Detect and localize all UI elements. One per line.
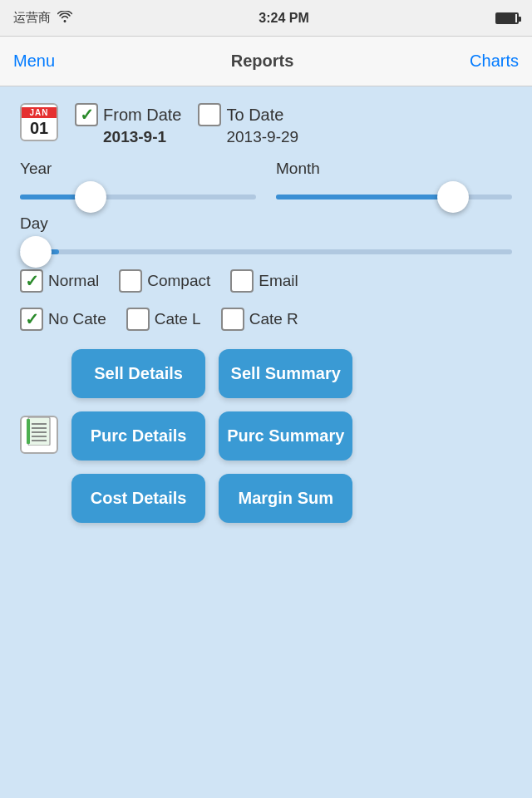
cate-r-checkbox[interactable] — [221, 308, 244, 331]
purc-summary-button[interactable]: Purc Summary — [219, 411, 352, 461]
to-date-group: To Date 2013-9-29 — [198, 103, 298, 146]
calendar-month: JAN — [22, 107, 57, 118]
to-date-checkbox[interactable] — [198, 103, 221, 126]
status-time: 3:24 PM — [259, 11, 308, 26]
no-cate-checkmark: ✓ — [25, 311, 39, 328]
report-icon — [20, 416, 58, 454]
sell-details-button[interactable]: Sell Details — [71, 349, 205, 398]
from-date-label: From Date — [103, 106, 181, 125]
email-label: Email — [259, 272, 298, 290]
status-bar: 运营商 3:24 PM — [0, 0, 532, 37]
svg-rect-0 — [28, 417, 50, 446]
main-content: JAN 01 ✓ From Date 2013-9-1 To Date 2013… — [0, 86, 532, 554]
day-thumb[interactable] — [20, 236, 52, 268]
no-cate-label: No Cate — [48, 310, 106, 328]
wifi-icon — [57, 11, 72, 25]
report-icon-symbol — [27, 417, 52, 451]
cate-l-option[interactable]: Cate L — [126, 308, 201, 331]
year-month-sliders: Year Month — [20, 160, 512, 200]
day-track — [20, 249, 512, 254]
day-slider-group: Day — [20, 214, 512, 254]
charts-button[interactable]: Charts — [470, 52, 519, 71]
calendar-icon: JAN 01 — [20, 103, 58, 141]
calendar-day: 01 — [30, 118, 48, 138]
month-fill — [276, 195, 453, 200]
cate-l-label: Cate L — [155, 310, 201, 328]
date-row: JAN 01 ✓ From Date 2013-9-1 To Date 2013… — [20, 103, 512, 146]
cate-r-label: Cate R — [249, 310, 298, 328]
no-cate-option[interactable]: ✓ No Cate — [20, 308, 106, 331]
status-left: 运营商 — [13, 10, 72, 26]
cost-details-button[interactable]: Cost Details — [71, 474, 205, 523]
from-date-value: 2013-9-1 — [103, 128, 166, 146]
checkmark-icon: ✓ — [80, 106, 94, 123]
year-track — [20, 195, 256, 200]
purc-details-button[interactable]: Purc Details — [71, 411, 205, 461]
month-thumb[interactable] — [437, 181, 469, 213]
day-label: Day — [20, 214, 512, 233]
options-row-1: ✓ Normal Compact Email — [20, 269, 512, 293]
cate-l-checkbox[interactable] — [126, 308, 150, 331]
normal-checkbox[interactable]: ✓ — [20, 269, 43, 293]
normal-label: Normal — [48, 272, 99, 290]
compact-option[interactable]: Compact — [119, 269, 210, 293]
month-slider-group: Month — [276, 160, 512, 200]
email-option[interactable]: Email — [230, 269, 298, 293]
compact-checkbox[interactable] — [119, 269, 142, 293]
margin-sum-button[interactable]: Margin Sum — [219, 474, 352, 523]
nav-bar: Menu Reports Charts — [0, 37, 532, 86]
normal-checkmark: ✓ — [25, 273, 39, 289]
status-right — [495, 12, 519, 24]
year-thumb[interactable] — [75, 181, 106, 213]
battery-icon — [495, 12, 519, 24]
svg-rect-6 — [27, 419, 30, 444]
to-date-value: 2013-9-29 — [226, 128, 298, 146]
year-label: Year — [20, 160, 256, 178]
menu-button[interactable]: Menu — [13, 52, 55, 71]
all-buttons-grid: Sell Details Sell Summary Purc Details P… — [71, 349, 352, 523]
month-track — [276, 195, 512, 200]
from-date-group: ✓ From Date 2013-9-1 — [75, 103, 181, 146]
options-row-2: ✓ No Cate Cate L Cate R — [20, 308, 512, 331]
compact-label: Compact — [147, 272, 210, 290]
year-slider-group: Year — [20, 160, 256, 200]
carrier-label: 运营商 — [13, 10, 51, 26]
month-label: Month — [276, 160, 512, 178]
normal-option[interactable]: ✓ Normal — [20, 269, 99, 293]
from-date-checkbox[interactable]: ✓ — [75, 103, 98, 126]
page-title: Reports — [231, 52, 294, 71]
buttons-section: Sell Details Sell Summary Purc Details P… — [20, 346, 512, 523]
sell-summary-button[interactable]: Sell Summary — [219, 349, 352, 398]
cate-r-option[interactable]: Cate R — [221, 308, 298, 331]
email-checkbox[interactable] — [230, 269, 254, 293]
no-cate-checkbox[interactable]: ✓ — [20, 308, 43, 331]
to-date-label: To Date — [226, 106, 283, 125]
